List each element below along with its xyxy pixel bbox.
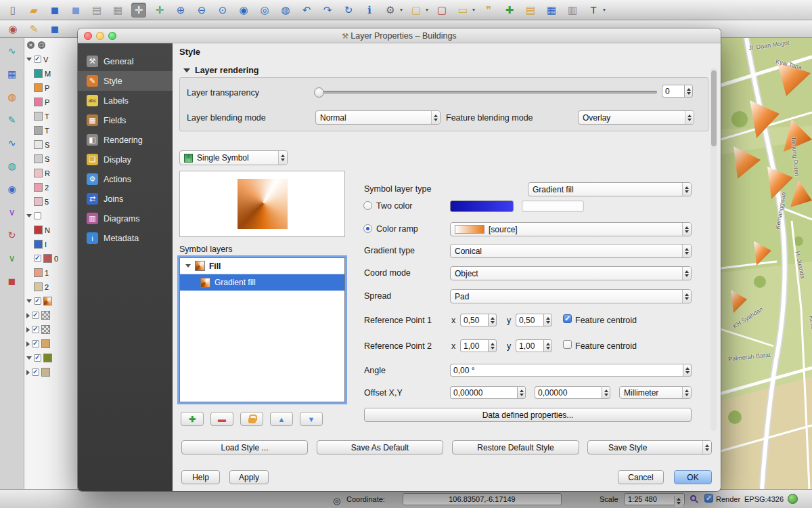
layer-expander-icon[interactable] <box>26 370 30 375</box>
spinbox-arrows[interactable] <box>683 364 692 377</box>
layer-visibility-checkbox[interactable] <box>32 368 39 376</box>
ref2-x-spinbox[interactable]: 1,00 <box>460 339 497 352</box>
save-project-icon[interactable]: ◼ <box>47 3 62 18</box>
ref1-x-value[interactable]: 0,50 <box>460 314 488 326</box>
ok-button[interactable]: OK <box>674 470 712 484</box>
sidebar-item-diagrams[interactable]: ▥Diagrams <box>78 209 173 228</box>
symbol-layer-type-combo[interactable]: Gradient fill <box>528 182 692 196</box>
sidebar-item-style[interactable]: ✎Style <box>78 71 173 91</box>
layer-row[interactable]: I <box>24 237 79 251</box>
layer-expander-icon[interactable] <box>26 341 30 347</box>
ref2-y-spinbox[interactable]: 1,00 <box>516 339 552 352</box>
color-ramp-combo[interactable]: [source] <box>450 222 692 236</box>
save-style-dropdown-arrows[interactable] <box>702 441 711 454</box>
ref2-y-value[interactable]: 1,00 <box>516 339 543 352</box>
restore-default-style-button[interactable]: Restore Default Style <box>452 440 579 454</box>
gradient-type-combo[interactable]: Conical <box>450 244 692 258</box>
zoom-to-selection-icon[interactable]: ◎ <box>257 3 272 18</box>
layer-row[interactable]: T <box>24 123 79 137</box>
pan-to-selection-icon[interactable]: ✛ <box>152 3 167 18</box>
spinbox-arrows[interactable] <box>488 314 497 326</box>
tree-item-fill[interactable]: Fill <box>180 258 344 274</box>
crs-status[interactable]: EPSG:4326 <box>744 495 784 503</box>
show-bookmarks-icon[interactable]: ▤ <box>523 3 538 18</box>
angle-value[interactable]: 0,00 ° <box>450 364 683 377</box>
color2-button[interactable] <box>522 200 584 212</box>
scrollbar-thumb[interactable] <box>711 70 717 146</box>
renderer-combo[interactable]: Single Symbol <box>179 150 288 165</box>
layer-row[interactable]: 5 <box>24 194 79 209</box>
layer-expander-icon[interactable] <box>26 299 32 303</box>
measure-icon[interactable]: ▭ <box>455 3 470 18</box>
identify-icon[interactable]: ℹ <box>362 3 377 18</box>
select-features-icon[interactable]: ▢ <box>409 3 424 18</box>
apply-button[interactable]: Apply <box>229 470 269 484</box>
measure-dropdown-icon[interactable]: ▾ <box>472 7 475 13</box>
cancel-button[interactable]: Cancel <box>618 470 664 484</box>
layer-visibility-checkbox[interactable] <box>32 326 39 333</box>
offset-x-value[interactable]: 0,00000 <box>450 386 517 399</box>
layer-row[interactable]: T <box>24 109 79 123</box>
current-edits-icon[interactable]: ◉ <box>5 22 20 37</box>
data-defined-properties-button[interactable]: Data defined properties... <box>364 408 692 422</box>
spinbox-arrows[interactable] <box>602 386 610 399</box>
layer-row[interactable]: 0 <box>24 251 79 266</box>
layer-row[interactable] <box>24 308 79 322</box>
select-features-dropdown-icon[interactable]: ▾ <box>426 7 428 13</box>
split-features-icon[interactable]: ◉ <box>4 182 20 196</box>
zoom-out-icon[interactable]: ⊖ <box>194 3 209 18</box>
spinbox-arrows[interactable] <box>517 386 526 399</box>
save-as-default-button[interactable]: Save As Default <box>317 440 443 454</box>
layer-row[interactable]: 2 <box>24 280 79 294</box>
ref1-y-value[interactable]: 0,50 <box>516 314 543 326</box>
layer-row[interactable] <box>24 322 79 337</box>
render-checkbox[interactable] <box>704 494 713 503</box>
scale-magnifier-icon[interactable] <box>690 495 696 501</box>
layer-row[interactable] <box>24 294 79 308</box>
crs-globe-icon[interactable] <box>788 494 798 504</box>
save-style-button[interactable]: Save Style <box>587 440 712 454</box>
tree-item-gradient-fill[interactable]: Gradient fill <box>180 274 344 291</box>
sidebar-item-general[interactable]: ⚒General <box>78 51 173 71</box>
new-composer-icon[interactable]: ▤ <box>89 3 104 18</box>
move-down-button[interactable]: ▼ <box>300 412 323 426</box>
zoom-full-icon[interactable]: ◉ <box>236 3 251 18</box>
transparency-value[interactable]: 0 <box>662 85 684 98</box>
tree-expander-icon[interactable] <box>185 264 191 268</box>
layer-row[interactable]: 2 <box>24 180 79 194</box>
layer-row[interactable]: R <box>24 166 79 180</box>
slider-knob[interactable] <box>314 87 324 98</box>
layer-visibility-checkbox[interactable] <box>32 312 39 319</box>
layer-expander-icon[interactable] <box>26 356 32 360</box>
zoom-native-icon[interactable]: ⊙ <box>215 3 230 18</box>
zoom-last-icon[interactable]: ↶ <box>299 3 314 18</box>
feature-blending-combo[interactable]: Overlay <box>578 110 694 125</box>
delete-part-icon[interactable]: ∨ <box>4 251 20 266</box>
node-tool-icon[interactable]: ✎ <box>4 112 20 127</box>
layer-blending-combo[interactable]: Normal <box>315 110 441 125</box>
remove-symbol-layer-button[interactable]: ▬ <box>210 412 233 426</box>
rotate-feature-icon[interactable]: ↻ <box>4 228 20 242</box>
layer-row[interactable] <box>24 209 79 223</box>
spinbox-arrows[interactable] <box>543 339 552 352</box>
offset-curve-icon[interactable]: ∿ <box>4 135 20 150</box>
save-project-as-icon[interactable]: ◼ <box>68 3 83 18</box>
offset-x-spinbox[interactable]: 0,00000 <box>450 386 526 399</box>
offset-y-spinbox[interactable]: 0,00000 <box>535 386 610 399</box>
panel-float-icon[interactable]: ❐ <box>38 41 45 49</box>
panel-close-icon[interactable]: ✕ <box>27 41 35 49</box>
offset-y-value[interactable]: 0,00000 <box>535 386 602 399</box>
load-style-button[interactable]: Load Style ... <box>181 440 308 454</box>
zoom-next-icon[interactable]: ↷ <box>320 3 335 18</box>
zoom-in-icon[interactable]: ⊕ <box>173 3 188 18</box>
open-project-icon[interactable]: ▰ <box>26 3 41 18</box>
layer-row[interactable]: N <box>24 223 79 237</box>
sidebar-item-joins[interactable]: ⇄Joins <box>78 189 173 209</box>
layer-visibility-checkbox[interactable] <box>34 255 41 262</box>
layer-expander-icon[interactable] <box>26 214 32 217</box>
merge-features-icon[interactable]: ∨ <box>4 205 20 219</box>
layer-row[interactable]: P <box>24 95 79 109</box>
new-bookmark-icon[interactable]: ✚ <box>502 3 517 18</box>
deselect-features-icon[interactable]: ▢ <box>434 3 449 18</box>
layer-visibility-checkbox[interactable] <box>34 56 41 63</box>
